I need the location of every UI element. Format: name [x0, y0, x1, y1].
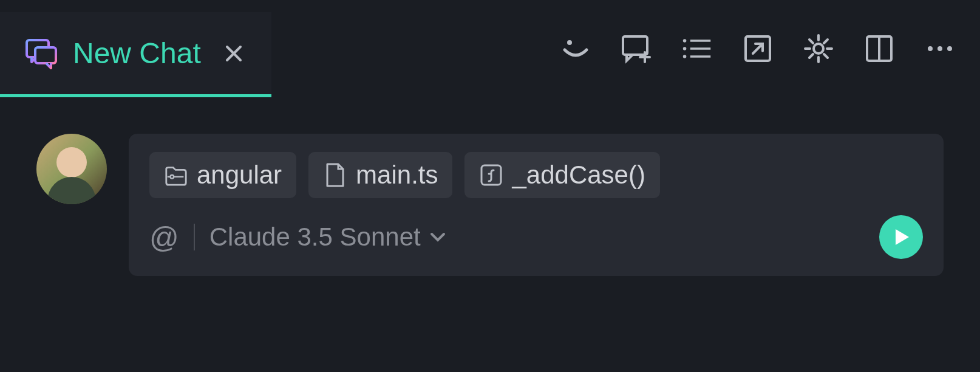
- chevron-down-icon: [429, 232, 446, 243]
- chip-label: _addCase(): [512, 160, 645, 190]
- chip-label: angular: [197, 160, 282, 190]
- svg-point-11: [814, 44, 823, 53]
- svg-rect-3: [623, 36, 647, 55]
- list-icon: [681, 34, 713, 63]
- external-link-icon: [743, 34, 772, 63]
- svg-point-14: [928, 46, 933, 51]
- svg-point-8: [683, 55, 687, 58]
- toolbar-more-button[interactable]: [924, 33, 956, 64]
- context-chip-folder[interactable]: angular: [149, 152, 296, 198]
- toolbar-list-button[interactable]: [681, 33, 713, 64]
- toolbar-external-link-button[interactable]: [742, 33, 774, 64]
- gear-icon: [803, 33, 834, 64]
- send-button[interactable]: [879, 215, 923, 259]
- divider: [194, 224, 195, 250]
- function-icon: [479, 163, 503, 187]
- svg-rect-1: [35, 47, 56, 63]
- svg-point-16: [947, 46, 952, 51]
- smile-icon: [561, 34, 590, 63]
- more-icon: [927, 45, 953, 52]
- user-avatar: [36, 134, 107, 204]
- toolbar-new-chat-button[interactable]: [621, 33, 652, 64]
- tab-new-chat[interactable]: New Chat: [0, 12, 271, 97]
- svg-point-6: [683, 47, 687, 50]
- toolbar-smile-button[interactable]: [560, 33, 591, 64]
- toolbar-split-pane-button[interactable]: [863, 33, 895, 64]
- context-chip-function[interactable]: _addCase(): [464, 152, 659, 198]
- chip-label: main.ts: [356, 160, 438, 190]
- close-icon: [225, 44, 243, 63]
- svg-point-17: [170, 175, 174, 179]
- play-icon: [894, 228, 910, 246]
- file-icon: [323, 163, 347, 187]
- svg-point-4: [683, 39, 687, 43]
- mention-button[interactable]: @: [149, 221, 179, 254]
- split-pane-icon: [865, 34, 894, 63]
- new-chat-icon: [621, 33, 652, 64]
- context-chip-file[interactable]: main.ts: [308, 152, 452, 198]
- svg-point-2: [567, 40, 572, 45]
- chat-input-container[interactable]: angular main.ts: [129, 134, 944, 276]
- svg-point-15: [937, 46, 942, 51]
- toolbar-settings-button[interactable]: [803, 33, 834, 64]
- close-tab-button[interactable]: [220, 40, 247, 67]
- model-selector[interactable]: Claude 3.5 Sonnet: [209, 222, 446, 252]
- folder-icon: [164, 163, 188, 187]
- chat-icon: [24, 36, 58, 71]
- model-name: Claude 3.5 Sonnet: [209, 222, 421, 252]
- tab-title: New Chat: [73, 36, 201, 70]
